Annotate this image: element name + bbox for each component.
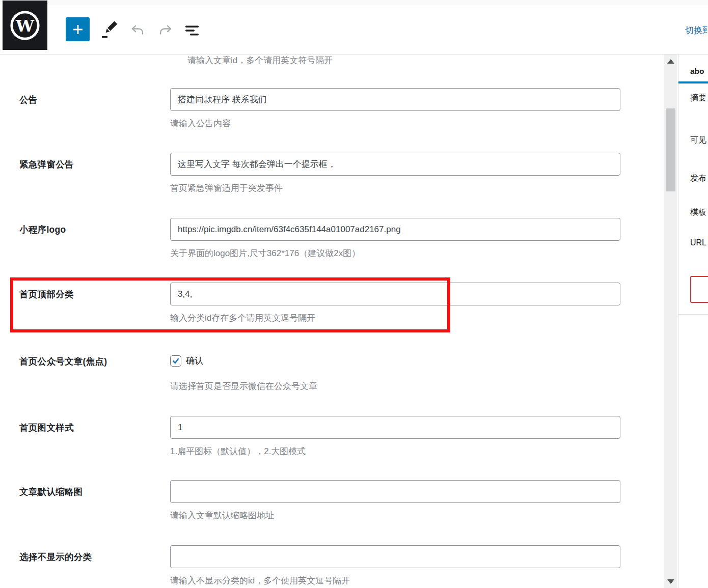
- field-label: 紧急弹窗公告: [0, 153, 170, 171]
- list-view-icon: [185, 24, 199, 37]
- scroll-down-button[interactable]: [664, 575, 677, 588]
- sidebar-item-url: URL: [690, 238, 706, 247]
- field-help-text: 关于界面的logo图片,尺寸362*176（建议做2x图）: [170, 247, 629, 259]
- settings-form: 请输入文章id，多个请用英文符号隔开 公告 请输入公告内容 紧急弹窗公告 首页紧…: [0, 54, 664, 588]
- field-label: 公告: [0, 88, 170, 106]
- edit-mode-button[interactable]: [100, 20, 119, 40]
- triangle-up-icon: [667, 59, 674, 64]
- plus-icon: [72, 23, 84, 36]
- row-home-official-article: 首页公众号文章(焦点) 确认 请选择首页是否显示微信在公众号文章: [0, 354, 657, 392]
- row-default-thumbnail: 文章默认缩略图 请输入文章默认缩略图地址: [0, 480, 657, 521]
- row-announcement: 公告 请输入公告内容: [0, 88, 657, 129]
- mini-program-logo-input[interactable]: [170, 218, 620, 241]
- toggle-panel-link[interactable]: 切换到: [685, 24, 708, 36]
- settings-sidebar: abo 摘要 可见 发布 模板 URL: [678, 54, 708, 588]
- field-label: 首页顶部分类: [0, 283, 170, 300]
- row-mini-program-logo: 小程序logo 关于界面的logo图片,尺寸362*176（建议做2x图）: [0, 218, 657, 259]
- active-tab-underline: [678, 81, 708, 83]
- hidden-categories-input[interactable]: [170, 545, 620, 568]
- scroll-up-button[interactable]: [664, 54, 677, 68]
- editor-toolbar: 切换到: [0, 5, 708, 54]
- sidebar-section-divider: [678, 314, 708, 315]
- checkbox-label: 确认: [186, 355, 203, 367]
- sidebar-item-template: 模板: [690, 207, 706, 218]
- row-home-top-category: 首页顶部分类 输入分类id存在多个请用英文逗号隔开: [0, 283, 657, 324]
- default-thumbnail-input[interactable]: [170, 480, 620, 503]
- trash-button[interactable]: [690, 276, 708, 303]
- sidebar-item-summary: 摘要: [690, 93, 706, 103]
- row-emergency-popup: 紧急弹窗公告 首页紧急弹窗适用于突发事件: [0, 153, 657, 194]
- field-help-text: 请输入文章id，多个请用英文符号隔开: [187, 54, 333, 66]
- wordpress-icon: W: [9, 10, 41, 41]
- undo-icon: [130, 24, 145, 37]
- undo-button[interactable]: [129, 23, 146, 37]
- field-help-text: 请输入公告内容: [170, 118, 629, 129]
- sidebar-item-publish: 发布: [690, 173, 706, 184]
- scrollbar-thumb[interactable]: [666, 108, 675, 191]
- row-home-image-text-style: 首页图文样式 1.扁平图标（默认值），2.大图模式: [0, 416, 657, 457]
- sidebar-item-visibility: 可见: [690, 135, 706, 146]
- confirm-checkbox[interactable]: [170, 355, 181, 367]
- tab-label: abo: [690, 67, 704, 76]
- wordpress-logo-button[interactable]: W: [3, 1, 47, 50]
- field-help-text: 首页紧急弹窗适用于突发事件: [170, 182, 629, 194]
- field-label: 首页图文样式: [0, 416, 170, 434]
- field-help-text: 请输入不显示分类的id，多个使用英文逗号隔开: [170, 575, 629, 586]
- field-label: 文章默认缩略图: [0, 480, 170, 498]
- redo-icon: [158, 24, 173, 37]
- home-image-text-style-input[interactable]: [170, 416, 620, 439]
- field-label: 小程序logo: [0, 218, 170, 236]
- field-label: 选择不显示的分类: [0, 545, 170, 563]
- checkmark-icon: [172, 357, 180, 365]
- field-help-text: 输入分类id存在多个请用英文逗号隔开: [170, 312, 629, 324]
- announcement-input[interactable]: [170, 88, 620, 111]
- field-help-text: 1.扁平图标（默认值），2.大图模式: [170, 445, 629, 457]
- add-block-button[interactable]: [66, 17, 90, 41]
- svg-text:W: W: [15, 16, 35, 35]
- pencil-icon: [101, 21, 118, 39]
- wordpress-editor-page: { "toolbar": { "logo_letter": "W", "togg…: [0, 0, 708, 588]
- vertical-scrollbar[interactable]: [664, 54, 677, 588]
- field-label: 首页公众号文章(焦点): [0, 354, 170, 368]
- home-top-category-input[interactable]: [170, 283, 620, 305]
- field-help-text: 请选择首页是否显示微信在公众号文章: [170, 380, 629, 392]
- triangle-down-icon: [667, 579, 674, 584]
- list-view-button[interactable]: [184, 23, 200, 37]
- row-hidden-categories: 选择不显示的分类 请输入不显示分类的id，多个使用英文逗号隔开: [0, 545, 657, 586]
- redo-button[interactable]: [157, 23, 174, 37]
- tab-post[interactable]: abo: [678, 54, 708, 83]
- emergency-popup-input[interactable]: [170, 153, 620, 176]
- field-help-text: 请输入文章默认缩略图地址: [170, 510, 629, 521]
